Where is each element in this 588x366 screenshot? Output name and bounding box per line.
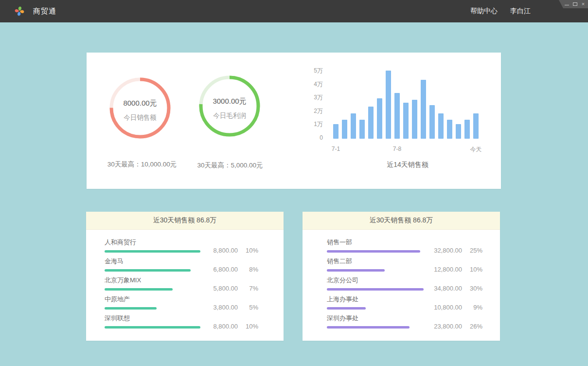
rank-item-name: 深圳办事处 (327, 314, 434, 323)
sales-bar (429, 105, 435, 139)
rank-item-name: 金海马 (105, 257, 213, 266)
rank-item-bar (105, 269, 191, 272)
list-item: 深圳联想8,800.0010% (105, 314, 258, 333)
sales-bar (377, 98, 382, 139)
rank-item-bar (327, 250, 420, 253)
x-axis: 7-17-8今天 (333, 146, 482, 153)
rank-item-percent: 8% (238, 266, 258, 273)
rank-item-bar (105, 326, 200, 329)
rank-item-percent: 30% (462, 285, 482, 292)
y-axis-label: 4万 (314, 80, 323, 88)
profit-30day-max: 30天最高：5,000.00元 (172, 161, 288, 170)
sales-bar (447, 120, 452, 139)
x-axis-label: 今天 (470, 146, 482, 154)
rank-item-amount: 23,800.00 (434, 323, 462, 330)
customer-rank-list: 人和商贸行8,800.0010%金海马6,800.008%北京万象MIX5,80… (86, 230, 284, 333)
department-rank-title: 近30天销售额 86.8万 (303, 212, 500, 230)
sales-bar (412, 100, 417, 139)
sales-bar (464, 120, 470, 139)
y-axis-label: 1万 (314, 120, 323, 128)
today-sales-value: 8000.00元 (123, 99, 157, 108)
list-item: 深圳办事处23,800.0026% (327, 314, 482, 333)
list-item: 北京万象MIX5,800.007% (105, 276, 258, 295)
rank-item-percent: 5% (238, 304, 258, 311)
daily-sales-chart-title: 近14天销售额 (333, 161, 482, 169)
x-axis-label: 7-8 (393, 146, 401, 152)
y-axis-label: 3万 (314, 93, 323, 102)
rank-item-name: 上海办事处 (327, 295, 434, 304)
sales-bar (456, 124, 461, 139)
sales-bar (386, 71, 391, 139)
x-axis-label: 7-1 (332, 146, 340, 152)
sales-bar (368, 107, 374, 139)
close-button[interactable]: × (581, 1, 585, 7)
y-axis: 5万4万3万2万1万0 (310, 66, 323, 144)
rank-item-amount: 6,800.00 (213, 266, 238, 273)
rank-item-bar (327, 269, 385, 272)
minimize-icon (565, 5, 569, 5)
rank-item-name: 北京万象MIX (105, 276, 213, 285)
rank-item-name: 深圳联想 (105, 314, 213, 323)
rank-item-name: 北京分公司 (327, 276, 434, 285)
sales-bar (342, 120, 347, 139)
rank-item-amount: 32,800.00 (434, 247, 462, 254)
titlebar-nav: 帮助中心 李白江 (470, 7, 531, 16)
rank-item-name: 中原地产 (105, 295, 213, 304)
sales-bar (438, 113, 444, 139)
sales-bar (421, 80, 426, 139)
help-center-link[interactable]: 帮助中心 (470, 7, 498, 16)
rank-item-amount: 5,800.00 (213, 285, 238, 292)
rank-item-bar (105, 307, 157, 310)
list-item: 人和商贸行8,800.0010% (105, 238, 258, 257)
list-item: 金海马6,800.008% (105, 257, 258, 276)
customer-rank-card: 近30天销售额 86.8万 人和商贸行8,800.0010%金海马6,800.0… (86, 212, 284, 341)
rank-item-bar (105, 288, 173, 291)
list-item: 销售一部32,800.0025% (327, 238, 482, 257)
list-item: 销售二部12,800.0010% (327, 257, 482, 276)
y-axis-label: 0 (320, 134, 323, 141)
app-title: 商贸通 (33, 7, 56, 16)
rank-item-name: 人和商贸行 (105, 238, 213, 247)
y-axis-label: 5万 (314, 67, 323, 75)
rank-item-bar (327, 288, 424, 291)
sales-bar (359, 120, 365, 139)
rank-item-percent: 9% (462, 304, 482, 311)
rank-item-name: 销售二部 (327, 257, 434, 266)
customer-rank-title: 近30天销售额 86.8万 (86, 212, 284, 230)
sales-bar (394, 93, 400, 139)
rank-item-bar (105, 250, 200, 253)
rank-item-percent: 10% (238, 323, 258, 330)
today-profit-gauge: 3000.00元 今日毛利润 (198, 75, 261, 137)
y-axis-label: 2万 (314, 107, 323, 115)
department-rank-list: 销售一部32,800.0025%销售二部12,800.0010%北京分公司34,… (303, 230, 500, 333)
rank-item-amount: 8,800.00 (213, 247, 238, 254)
window-controls: × (559, 0, 588, 8)
minimize-button[interactable] (565, 1, 569, 7)
sales-bar (351, 113, 356, 139)
overview-card: 8000.00元 今日销售额 30天最高：10,000.00元 3000.00元… (87, 53, 501, 189)
pinwheel-logo-icon (14, 5, 25, 17)
daily-sales-bars (333, 70, 482, 139)
today-profit-label: 今日毛利润 (213, 111, 246, 120)
rank-item-bar (327, 326, 410, 329)
rank-item-percent: 10% (462, 266, 482, 273)
titlebar: 商贸通 帮助中心 李白江 × (0, 0, 588, 22)
sales-bar (403, 103, 409, 139)
list-item: 中原地产3,800.005% (105, 295, 258, 314)
rank-item-amount: 34,800.00 (434, 285, 462, 292)
today-profit-value: 3000.00元 (213, 97, 246, 106)
rank-item-percent: 7% (238, 285, 258, 292)
rank-item-name: 销售一部 (327, 238, 434, 247)
maximize-icon (573, 2, 577, 6)
list-item: 北京分公司34,800.0030% (327, 276, 482, 295)
maximize-button[interactable] (573, 1, 577, 7)
rank-item-amount: 10,800.00 (434, 304, 462, 311)
today-sales-label: 今日销售额 (124, 113, 157, 122)
department-rank-card: 近30天销售额 86.8万 销售一部32,800.0025%销售二部12,800… (303, 212, 500, 341)
rank-item-amount: 3,800.00 (213, 304, 238, 311)
sales-bar (333, 124, 339, 139)
close-icon: × (582, 1, 585, 7)
rank-item-percent: 10% (238, 247, 258, 254)
rank-item-bar (327, 307, 366, 310)
user-name-link[interactable]: 李白江 (510, 7, 531, 16)
